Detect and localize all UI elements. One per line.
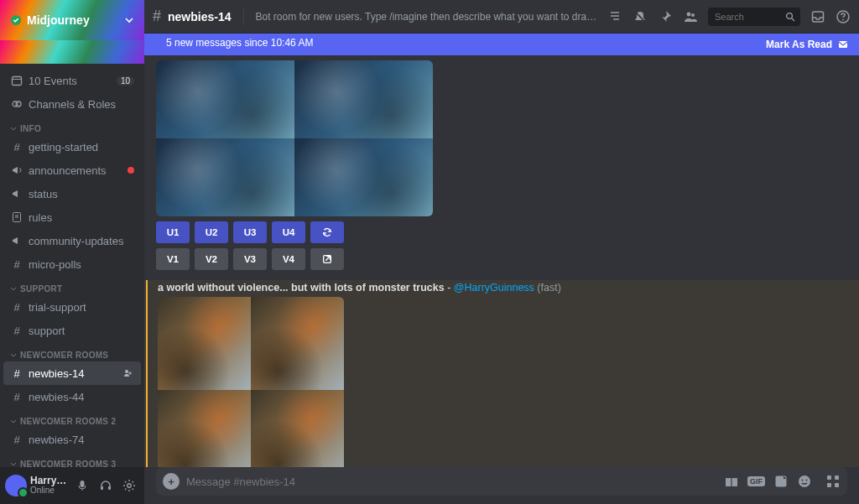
self-status: Online: [30, 486, 69, 496]
svg-point-22: [799, 475, 810, 487]
message-list[interactable]: U1 U2 U3 U4 V1 V2 V3 V4 a world without: [144, 55, 859, 467]
channel-title: newbies-14: [168, 10, 231, 23]
notifications-icon[interactable]: [633, 9, 648, 24]
svg-rect-6: [81, 481, 85, 487]
threads-icon[interactable]: [607, 9, 622, 24]
category-newcomer[interactable]: NEWCOMER ROOMS: [3, 342, 141, 361]
megaphone-icon: [10, 234, 23, 247]
upscale-u3-button[interactable]: U3: [233, 221, 267, 243]
variation-v2-button[interactable]: V2: [195, 248, 228, 270]
hash-icon: #: [10, 300, 23, 314]
compose-placeholder[interactable]: Message #newbies-14: [186, 475, 717, 488]
server-header[interactable]: Midjourney: [0, 0, 144, 40]
sidebar-item-community-updates[interactable]: community-updates: [3, 229, 141, 252]
svg-point-9: [128, 484, 131, 487]
upscale-u4-button[interactable]: U4: [272, 221, 305, 243]
variation-v3-button[interactable]: V3: [233, 248, 267, 270]
hash-icon: #: [10, 433, 23, 446]
sticker-icon[interactable]: [773, 474, 789, 489]
server-sidebar: Midjourney 10 Events 10 Channels & Roles…: [0, 0, 144, 504]
apps-icon[interactable]: [825, 474, 841, 489]
main-content: # newbies-14 Bot room for new users. Typ…: [144, 0, 859, 504]
svg-point-12: [787, 13, 793, 18]
sidebar-item-newbies-14[interactable]: # newbies-14: [3, 361, 141, 385]
members-icon[interactable]: [683, 9, 698, 24]
create-invite-icon[interactable]: [121, 366, 134, 380]
svg-point-5: [125, 370, 128, 373]
hash-icon: #: [10, 324, 23, 337]
search-input[interactable]: [713, 11, 785, 23]
sidebar-item-status[interactable]: status: [3, 182, 141, 205]
svg-point-11: [691, 13, 695, 17]
svg-rect-25: [827, 475, 831, 480]
new-messages-bar[interactable]: 5 new messages since 10:46 AM Mark As Re…: [144, 34, 859, 55]
help-icon[interactable]: [836, 9, 851, 24]
svg-rect-16: [839, 41, 847, 48]
mute-button[interactable]: [72, 475, 92, 496]
generated-image-grid[interactable]: [156, 60, 433, 216]
variation-v4-button[interactable]: V4: [272, 248, 305, 270]
sidebar-item-newbies-74[interactable]: # newbies-74: [3, 428, 141, 451]
gift-icon[interactable]: [724, 474, 739, 489]
sidebar-channels-roles[interactable]: Channels & Roles: [3, 92, 141, 116]
search-icon: [785, 12, 795, 22]
svg-rect-28: [835, 483, 839, 487]
calendar-icon: [10, 74, 23, 87]
notification-dot: [128, 167, 134, 174]
category-newcomer-2[interactable]: NEWCOMER ROOMS 2: [3, 408, 141, 428]
notice-text: 5 new messages since 10:46 AM: [154, 35, 766, 54]
emoji-icon[interactable]: [797, 474, 812, 489]
channel-topic[interactable]: Bot room for new users. Type /imagine th…: [256, 11, 601, 23]
svg-rect-26: [835, 475, 839, 480]
self-avatar[interactable]: [5, 475, 27, 496]
upscale-u1-button[interactable]: U1: [156, 221, 190, 243]
sidebar-item-announcements[interactable]: announcements: [3, 158, 141, 182]
gif-icon[interactable]: GIF: [747, 476, 765, 486]
message: U1 U2 U3 U4 V1 V2 V3 V4: [144, 59, 859, 280]
add-attachment-button[interactable]: +: [163, 473, 180, 490]
open-external-button[interactable]: [310, 248, 344, 270]
upscale-u2-button[interactable]: U2: [195, 221, 228, 243]
sidebar-events[interactable]: 10 Events 10: [3, 69, 141, 92]
sidebar-item-micro-polls[interactable]: # micro-polls: [3, 252, 141, 276]
events-badge: 10: [117, 76, 134, 86]
hash-icon: #: [10, 390, 23, 403]
settings-button[interactable]: [119, 475, 139, 496]
message-prompt: a world without violence... but with lot…: [158, 282, 847, 294]
mention-user[interactable]: @HarryGuinness: [454, 282, 534, 294]
search-box[interactable]: [708, 8, 800, 26]
chevron-down-icon: [124, 15, 134, 25]
inbox-icon[interactable]: [810, 9, 825, 24]
svg-point-23: [802, 480, 804, 481]
hash-icon: #: [153, 8, 161, 25]
sidebar-item-trial-support[interactable]: # trial-support: [3, 295, 141, 319]
category-newcomer-3[interactable]: NEWCOMER ROOMS 3: [3, 451, 141, 467]
variation-v1-button[interactable]: V1: [156, 248, 190, 270]
generated-image-grid[interactable]: [158, 297, 344, 467]
message-mention: a world without violence... but with lot…: [144, 280, 859, 467]
sidebar-item-rules[interactable]: rules: [3, 205, 141, 229]
svg-point-15: [842, 18, 844, 20]
server-name: Midjourney: [27, 13, 90, 27]
compose-box[interactable]: + Message #newbies-14 GIF: [156, 467, 847, 496]
svg-point-24: [806, 480, 808, 481]
rules-icon: [10, 210, 23, 224]
pinned-icon[interactable]: [658, 9, 673, 24]
category-info[interactable]: INFO: [3, 116, 141, 135]
svg-point-10: [687, 12, 691, 16]
hash-icon: #: [10, 257, 23, 271]
sidebar-item-getting-started[interactable]: # getting-started: [3, 135, 141, 158]
svg-rect-27: [827, 483, 831, 487]
user-panel: HarryGuin... Online: [0, 467, 144, 504]
verified-icon: [10, 14, 22, 26]
svg-rect-7: [101, 486, 103, 490]
mark-as-read-button[interactable]: Mark As Read: [766, 39, 849, 50]
reroll-button[interactable]: [310, 221, 344, 243]
category-support[interactable]: SUPPORT: [3, 276, 141, 295]
deafen-button[interactable]: [96, 475, 116, 496]
megaphone-icon: [10, 164, 23, 177]
sidebar-item-support[interactable]: # support: [3, 319, 141, 342]
channels-roles-label: Channels & Roles: [29, 98, 134, 111]
events-label: 10 Events: [29, 75, 112, 87]
sidebar-item-newbies-44[interactable]: # newbies-44: [3, 385, 141, 408]
